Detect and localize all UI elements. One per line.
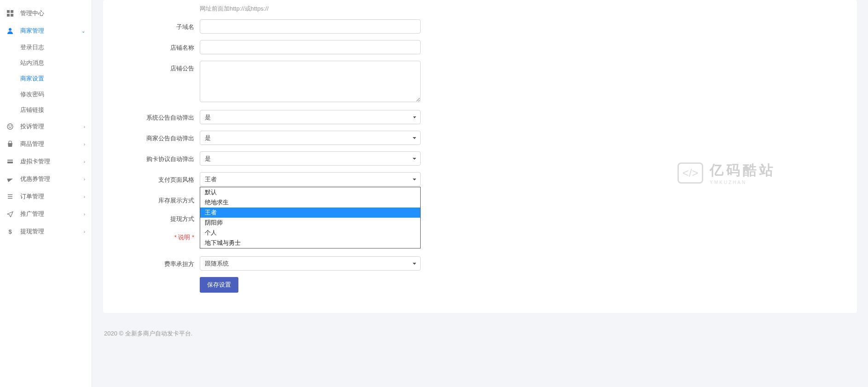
label-withdraw-method: 提现方式 (117, 211, 200, 223)
main-content: 网址前面加http://或https:// 子域名 店铺名称 店铺公告 系统公告… (92, 0, 868, 387)
pay-style-option[interactable]: 王者 (200, 208, 420, 218)
nav-label: 商家管理 (20, 27, 81, 35)
plane-icon (6, 210, 14, 218)
label-stock-display: 库存展示方式 (117, 193, 200, 205)
nav-label: 优惠券管理 (20, 175, 84, 183)
subnav-store-link[interactable]: 店铺链接 (20, 102, 92, 118)
grid-icon (6, 10, 14, 17)
label-shop-notice: 店铺公告 (117, 61, 200, 73)
subnav-messages[interactable]: 站内消息 (20, 55, 92, 71)
subnav-login-log[interactable]: 登录日志 (20, 40, 92, 55)
empty-label (117, 5, 200, 8)
chevron-right-icon: › (84, 159, 85, 164)
select-fee-bearer[interactable]: 跟随系统 (200, 256, 421, 271)
chevron-right-icon: › (84, 177, 85, 182)
nav-virtual-cards[interactable]: 虚拟卡管理 › (0, 153, 92, 170)
svg-rect-2 (7, 14, 10, 17)
label-vendor-notice-popup: 商家公告自动弹出 (117, 131, 200, 143)
bag-icon (6, 140, 14, 148)
nav-products[interactable]: 商品管理 › (0, 135, 92, 153)
input-subdomain[interactable] (200, 19, 421, 34)
sub-nav-merchant: 登录日志 站内消息 商家设置 修改密码 店铺链接 (0, 40, 92, 118)
nav-label: 虚拟卡管理 (20, 157, 84, 166)
nav-complaints[interactable]: 投诉管理 › (0, 118, 92, 135)
dollar-icon: $ (6, 228, 14, 235)
subnav-change-password[interactable]: 修改密码 (20, 87, 92, 102)
subnav-merchant-settings[interactable]: 商家设置 (20, 71, 92, 87)
chevron-right-icon: › (84, 142, 85, 147)
svg-rect-0 (7, 10, 10, 13)
url-hint: 网址前面加http://或https:// (200, 5, 421, 13)
nav-label: 提现管理 (20, 227, 84, 236)
user-icon (6, 27, 14, 35)
svg-point-7 (11, 126, 12, 126)
footer-text: 2020 © 全新多商户自动发卡平台. (103, 327, 857, 341)
pay-style-option[interactable]: 地下城与勇士 (200, 238, 420, 248)
chevron-right-icon: › (84, 212, 85, 217)
label-fee-bearer: 费率承担方 (117, 256, 200, 268)
pay-style-option[interactable]: 个人 (200, 228, 420, 238)
label-buycard-popup: 购卡协议自动弹出 (117, 151, 200, 163)
settings-panel: 网址前面加http://或https:// 子域名 店铺名称 店铺公告 系统公告… (103, 0, 857, 313)
select-vendor-notice-popup[interactable]: 是 (200, 131, 421, 145)
nav-label: 管理中心 (20, 9, 85, 17)
svg-point-5 (7, 124, 13, 129)
chevron-down-icon: ⌄ (81, 29, 85, 34)
chevron-right-icon: › (84, 124, 85, 129)
svg-rect-1 (11, 10, 13, 13)
chevron-right-icon: › (84, 229, 85, 234)
nav-coupons[interactable]: 优惠券管理 › (0, 170, 92, 188)
nav-label: 订单管理 (20, 192, 84, 201)
nav-withdraw[interactable]: $ 提现管理 › (0, 223, 92, 240)
svg-rect-9 (7, 161, 13, 162)
nav-label: 投诉管理 (20, 122, 84, 131)
nav-merchant-mgmt[interactable]: 商家管理 ⌄ (0, 22, 92, 40)
svg-point-4 (9, 28, 12, 31)
sidebar: 管理中心 商家管理 ⌄ 登录日志 站内消息 商家设置 修改密码 店铺链接 投诉管… (0, 0, 92, 387)
nav-label: 推广管理 (20, 210, 84, 218)
card-icon (6, 158, 14, 165)
svg-point-6 (9, 126, 9, 126)
list-icon (6, 193, 14, 200)
select-pay-style[interactable]: 王者 (200, 172, 421, 186)
pay-style-option[interactable]: 默认 (200, 187, 420, 197)
chevron-right-icon: › (84, 194, 85, 199)
save-button[interactable]: 保存设置 (200, 277, 238, 293)
select-sys-notice-popup[interactable]: 是 (200, 110, 421, 124)
ticket-icon (6, 175, 14, 183)
svg-rect-3 (11, 14, 13, 17)
label-pay-style: 支付页面风格 (117, 172, 200, 184)
pay-style-dropdown: 默认 绝地求生 王者 阴阳师 个人 地下城与勇士 (200, 187, 421, 248)
frown-icon (6, 123, 14, 130)
pay-style-option[interactable]: 阴阳师 (200, 218, 420, 228)
label-explain: * 说明 * (117, 230, 200, 242)
nav-label: 商品管理 (20, 140, 84, 148)
input-shopname[interactable] (200, 40, 421, 54)
select-buycard-popup[interactable]: 是 (200, 151, 421, 166)
textarea-shop-notice[interactable] (200, 61, 421, 102)
pay-style-option[interactable]: 绝地求生 (200, 197, 420, 208)
nav-orders[interactable]: 订单管理 › (0, 188, 92, 205)
label-shopname: 店铺名称 (117, 40, 200, 52)
nav-admin-center[interactable]: 管理中心 (0, 5, 92, 22)
nav-promotion[interactable]: 推广管理 › (0, 205, 92, 223)
label-sys-notice-popup: 系统公告自动弹出 (117, 110, 200, 122)
label-subdomain: 子域名 (117, 19, 200, 31)
